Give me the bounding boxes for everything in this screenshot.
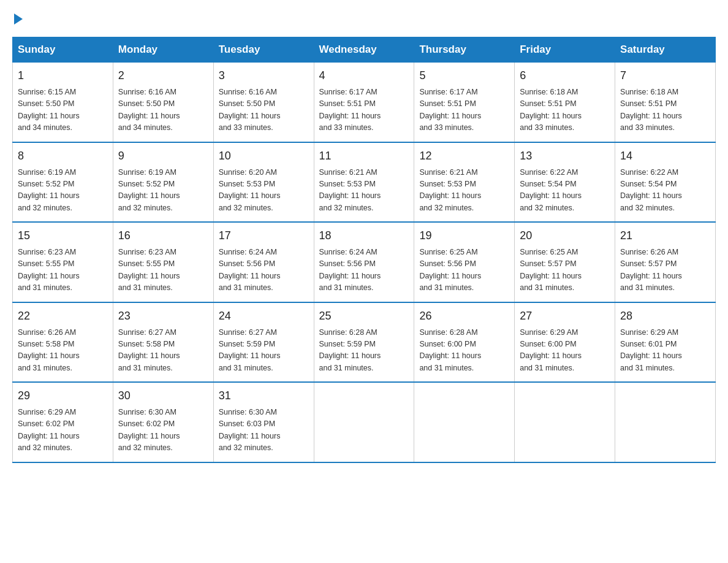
calendar-cell: 13 Sunrise: 6:22 AM Sunset: 5:54 PM Dayl… — [515, 142, 615, 223]
calendar-cell: 28 Sunrise: 6:29 AM Sunset: 6:01 PM Dayl… — [615, 302, 716, 383]
calendar-cell: 24 Sunrise: 6:27 AM Sunset: 5:59 PM Dayl… — [213, 302, 314, 383]
day-number: 13 — [520, 148, 610, 164]
day-info: Sunrise: 6:22 AM Sunset: 5:54 PM Dayligh… — [520, 167, 610, 215]
day-number: 9 — [118, 148, 208, 164]
calendar-cell: 30 Sunrise: 6:30 AM Sunset: 6:02 PM Dayl… — [113, 382, 213, 462]
calendar-week-4: 22 Sunrise: 6:26 AM Sunset: 5:58 PM Dayl… — [13, 302, 716, 383]
calendar-cell — [314, 382, 414, 462]
calendar-cell: 18 Sunrise: 6:24 AM Sunset: 5:56 PM Dayl… — [314, 222, 414, 302]
day-number: 1 — [18, 67, 108, 84]
day-info: Sunrise: 6:23 AM Sunset: 5:55 PM Dayligh… — [118, 247, 208, 294]
calendar-cell: 19 Sunrise: 6:25 AM Sunset: 5:56 PM Dayl… — [414, 222, 515, 302]
logo-triangle-icon — [14, 13, 23, 25]
day-info: Sunrise: 6:18 AM Sunset: 5:51 PM Dayligh… — [620, 86, 710, 134]
day-info: Sunrise: 6:25 AM Sunset: 5:57 PM Dayligh… — [520, 247, 610, 294]
calendar-cell: 22 Sunrise: 6:26 AM Sunset: 5:58 PM Dayl… — [13, 302, 113, 383]
calendar-cell: 27 Sunrise: 6:29 AM Sunset: 6:00 PM Dayl… — [515, 302, 615, 383]
day-number: 29 — [18, 388, 108, 404]
day-info: Sunrise: 6:22 AM Sunset: 5:54 PM Dayligh… — [620, 167, 710, 215]
day-number: 25 — [319, 308, 409, 324]
page-header — [12, 12, 716, 25]
day-number: 31 — [219, 388, 309, 404]
day-info: Sunrise: 6:19 AM Sunset: 5:52 PM Dayligh… — [118, 167, 208, 215]
day-number: 3 — [219, 67, 309, 84]
calendar-cell: 4 Sunrise: 6:17 AM Sunset: 5:51 PM Dayli… — [314, 63, 414, 142]
day-number: 28 — [620, 308, 710, 324]
calendar-cell: 2 Sunrise: 6:16 AM Sunset: 5:50 PM Dayli… — [113, 63, 213, 142]
day-number: 23 — [118, 308, 208, 324]
day-number: 30 — [118, 388, 208, 404]
day-info: Sunrise: 6:26 AM Sunset: 5:57 PM Dayligh… — [620, 247, 710, 294]
day-number: 21 — [620, 228, 710, 244]
calendar-cell: 14 Sunrise: 6:22 AM Sunset: 5:54 PM Dayl… — [615, 142, 716, 223]
calendar-cell: 29 Sunrise: 6:29 AM Sunset: 6:02 PM Dayl… — [13, 382, 113, 462]
calendar-cell: 9 Sunrise: 6:19 AM Sunset: 5:52 PM Dayli… — [113, 142, 213, 223]
day-info: Sunrise: 6:25 AM Sunset: 5:56 PM Dayligh… — [419, 247, 509, 294]
calendar-cell: 26 Sunrise: 6:28 AM Sunset: 6:00 PM Dayl… — [414, 302, 515, 383]
calendar-header-row: SundayMondayTuesdayWednesdayThursdayFrid… — [13, 37, 716, 63]
calendar-cell: 21 Sunrise: 6:26 AM Sunset: 5:57 PM Dayl… — [615, 222, 716, 302]
day-info: Sunrise: 6:24 AM Sunset: 5:56 PM Dayligh… — [219, 247, 309, 294]
day-number: 17 — [219, 228, 309, 244]
day-info: Sunrise: 6:17 AM Sunset: 5:51 PM Dayligh… — [419, 86, 509, 134]
calendar-cell: 10 Sunrise: 6:20 AM Sunset: 5:53 PM Dayl… — [213, 142, 314, 223]
header-monday: Monday — [113, 37, 213, 63]
day-info: Sunrise: 6:28 AM Sunset: 6:00 PM Dayligh… — [419, 327, 509, 375]
calendar-cell: 8 Sunrise: 6:19 AM Sunset: 5:52 PM Dayli… — [13, 142, 113, 223]
calendar-cell: 12 Sunrise: 6:21 AM Sunset: 5:53 PM Dayl… — [414, 142, 515, 223]
day-info: Sunrise: 6:29 AM Sunset: 6:00 PM Dayligh… — [520, 327, 610, 375]
day-number: 26 — [419, 308, 509, 324]
day-info: Sunrise: 6:29 AM Sunset: 6:02 PM Dayligh… — [18, 407, 108, 454]
header-thursday: Thursday — [414, 37, 515, 63]
day-number: 12 — [419, 148, 509, 164]
header-friday: Friday — [515, 37, 615, 63]
day-info: Sunrise: 6:15 AM Sunset: 5:50 PM Dayligh… — [18, 86, 108, 134]
day-info: Sunrise: 6:18 AM Sunset: 5:51 PM Dayligh… — [520, 86, 610, 134]
day-info: Sunrise: 6:19 AM Sunset: 5:52 PM Dayligh… — [18, 167, 108, 215]
header-saturday: Saturday — [615, 37, 716, 63]
day-number: 24 — [219, 308, 309, 324]
day-number: 2 — [118, 67, 208, 84]
day-number: 11 — [319, 148, 409, 164]
day-info: Sunrise: 6:16 AM Sunset: 5:50 PM Dayligh… — [219, 86, 309, 134]
calendar-cell: 25 Sunrise: 6:28 AM Sunset: 5:59 PM Dayl… — [314, 302, 414, 383]
calendar-cell — [615, 382, 716, 462]
calendar-cell: 17 Sunrise: 6:24 AM Sunset: 5:56 PM Dayl… — [213, 222, 314, 302]
day-info: Sunrise: 6:16 AM Sunset: 5:50 PM Dayligh… — [118, 86, 208, 134]
day-info: Sunrise: 6:20 AM Sunset: 5:53 PM Dayligh… — [219, 167, 309, 215]
day-info: Sunrise: 6:30 AM Sunset: 6:03 PM Dayligh… — [219, 407, 309, 454]
day-info: Sunrise: 6:21 AM Sunset: 5:53 PM Dayligh… — [419, 167, 509, 215]
day-info: Sunrise: 6:28 AM Sunset: 5:59 PM Dayligh… — [319, 327, 409, 375]
logo — [12, 12, 23, 25]
calendar-table: SundayMondayTuesdayWednesdayThursdayFrid… — [12, 37, 716, 463]
day-number: 7 — [620, 67, 710, 84]
day-number: 16 — [118, 228, 208, 244]
day-info: Sunrise: 6:30 AM Sunset: 6:02 PM Dayligh… — [118, 407, 208, 454]
calendar-week-2: 8 Sunrise: 6:19 AM Sunset: 5:52 PM Dayli… — [13, 142, 716, 223]
header-sunday: Sunday — [13, 37, 113, 63]
calendar-cell: 15 Sunrise: 6:23 AM Sunset: 5:55 PM Dayl… — [13, 222, 113, 302]
day-info: Sunrise: 6:29 AM Sunset: 6:01 PM Dayligh… — [620, 327, 710, 375]
calendar-cell: 1 Sunrise: 6:15 AM Sunset: 5:50 PM Dayli… — [13, 63, 113, 142]
header-tuesday: Tuesday — [213, 37, 314, 63]
day-info: Sunrise: 6:17 AM Sunset: 5:51 PM Dayligh… — [319, 86, 409, 134]
header-wednesday: Wednesday — [314, 37, 414, 63]
day-number: 22 — [18, 308, 108, 324]
day-number: 27 — [520, 308, 610, 324]
day-number: 20 — [520, 228, 610, 244]
day-info: Sunrise: 6:27 AM Sunset: 5:59 PM Dayligh… — [219, 327, 309, 375]
calendar-week-1: 1 Sunrise: 6:15 AM Sunset: 5:50 PM Dayli… — [13, 63, 716, 142]
day-info: Sunrise: 6:26 AM Sunset: 5:58 PM Dayligh… — [18, 327, 108, 375]
calendar-cell — [414, 382, 515, 462]
day-number: 10 — [219, 148, 309, 164]
logo-top — [12, 12, 23, 25]
day-number: 18 — [319, 228, 409, 244]
calendar-week-5: 29 Sunrise: 6:29 AM Sunset: 6:02 PM Dayl… — [13, 382, 716, 462]
calendar-cell: 11 Sunrise: 6:21 AM Sunset: 5:53 PM Dayl… — [314, 142, 414, 223]
calendar-cell: 16 Sunrise: 6:23 AM Sunset: 5:55 PM Dayl… — [113, 222, 213, 302]
calendar-cell: 6 Sunrise: 6:18 AM Sunset: 5:51 PM Dayli… — [515, 63, 615, 142]
day-number: 19 — [419, 228, 509, 244]
day-info: Sunrise: 6:23 AM Sunset: 5:55 PM Dayligh… — [18, 247, 108, 294]
calendar-cell: 3 Sunrise: 6:16 AM Sunset: 5:50 PM Dayli… — [213, 63, 314, 142]
day-info: Sunrise: 6:27 AM Sunset: 5:58 PM Dayligh… — [118, 327, 208, 375]
